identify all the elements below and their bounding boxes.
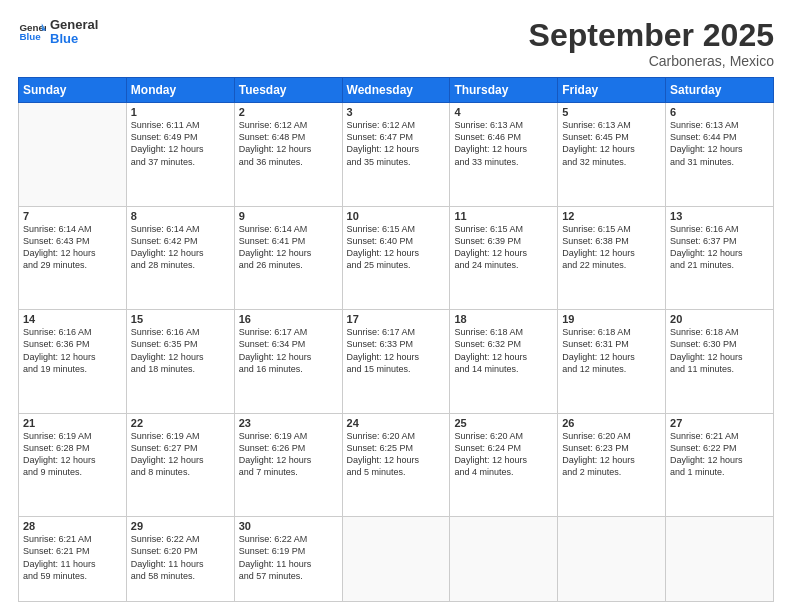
calendar-header-sunday: Sunday — [19, 78, 127, 103]
day-number: 5 — [562, 106, 661, 118]
calendar-cell: 12Sunrise: 6:15 AM Sunset: 6:38 PM Dayli… — [558, 206, 666, 310]
day-number: 19 — [562, 313, 661, 325]
calendar-cell: 5Sunrise: 6:13 AM Sunset: 6:45 PM Daylig… — [558, 103, 666, 207]
day-info: Sunrise: 6:18 AM Sunset: 6:31 PM Dayligh… — [562, 326, 661, 375]
day-info: Sunrise: 6:11 AM Sunset: 6:49 PM Dayligh… — [131, 119, 230, 168]
calendar-header-row: SundayMondayTuesdayWednesdayThursdayFrid… — [19, 78, 774, 103]
day-info: Sunrise: 6:15 AM Sunset: 6:40 PM Dayligh… — [347, 223, 446, 272]
calendar-cell: 11Sunrise: 6:15 AM Sunset: 6:39 PM Dayli… — [450, 206, 558, 310]
day-number: 24 — [347, 417, 446, 429]
calendar-week-row: 7Sunrise: 6:14 AM Sunset: 6:43 PM Daylig… — [19, 206, 774, 310]
day-number: 22 — [131, 417, 230, 429]
day-number: 8 — [131, 210, 230, 222]
day-number: 29 — [131, 520, 230, 532]
day-info: Sunrise: 6:13 AM Sunset: 6:45 PM Dayligh… — [562, 119, 661, 168]
calendar-week-row: 28Sunrise: 6:21 AM Sunset: 6:21 PM Dayli… — [19, 517, 774, 602]
day-info: Sunrise: 6:16 AM Sunset: 6:37 PM Dayligh… — [670, 223, 769, 272]
day-info: Sunrise: 6:15 AM Sunset: 6:39 PM Dayligh… — [454, 223, 553, 272]
day-info: Sunrise: 6:14 AM Sunset: 6:43 PM Dayligh… — [23, 223, 122, 272]
day-number: 21 — [23, 417, 122, 429]
day-number: 9 — [239, 210, 338, 222]
day-info: Sunrise: 6:12 AM Sunset: 6:47 PM Dayligh… — [347, 119, 446, 168]
calendar-cell: 2Sunrise: 6:12 AM Sunset: 6:48 PM Daylig… — [234, 103, 342, 207]
calendar-week-row: 1Sunrise: 6:11 AM Sunset: 6:49 PM Daylig… — [19, 103, 774, 207]
calendar-cell: 20Sunrise: 6:18 AM Sunset: 6:30 PM Dayli… — [666, 310, 774, 414]
calendar-cell: 13Sunrise: 6:16 AM Sunset: 6:37 PM Dayli… — [666, 206, 774, 310]
day-number: 4 — [454, 106, 553, 118]
subtitle: Carboneras, Mexico — [529, 53, 774, 69]
day-number: 17 — [347, 313, 446, 325]
header: General Blue General Blue September 2025… — [18, 18, 774, 69]
day-number: 20 — [670, 313, 769, 325]
calendar-cell: 23Sunrise: 6:19 AM Sunset: 6:26 PM Dayli… — [234, 413, 342, 517]
day-number: 16 — [239, 313, 338, 325]
calendar-cell — [450, 517, 558, 602]
day-number: 23 — [239, 417, 338, 429]
day-number: 15 — [131, 313, 230, 325]
logo-blue: Blue — [50, 32, 98, 46]
calendar-cell: 21Sunrise: 6:19 AM Sunset: 6:28 PM Dayli… — [19, 413, 127, 517]
day-info: Sunrise: 6:13 AM Sunset: 6:44 PM Dayligh… — [670, 119, 769, 168]
day-info: Sunrise: 6:16 AM Sunset: 6:35 PM Dayligh… — [131, 326, 230, 375]
day-info: Sunrise: 6:18 AM Sunset: 6:30 PM Dayligh… — [670, 326, 769, 375]
calendar-cell — [666, 517, 774, 602]
day-number: 1 — [131, 106, 230, 118]
calendar-header-wednesday: Wednesday — [342, 78, 450, 103]
day-info: Sunrise: 6:22 AM Sunset: 6:20 PM Dayligh… — [131, 533, 230, 582]
calendar-header-thursday: Thursday — [450, 78, 558, 103]
calendar-week-row: 14Sunrise: 6:16 AM Sunset: 6:36 PM Dayli… — [19, 310, 774, 414]
day-info: Sunrise: 6:17 AM Sunset: 6:33 PM Dayligh… — [347, 326, 446, 375]
calendar-week-row: 21Sunrise: 6:19 AM Sunset: 6:28 PM Dayli… — [19, 413, 774, 517]
day-number: 11 — [454, 210, 553, 222]
calendar-cell: 22Sunrise: 6:19 AM Sunset: 6:27 PM Dayli… — [126, 413, 234, 517]
calendar-cell: 14Sunrise: 6:16 AM Sunset: 6:36 PM Dayli… — [19, 310, 127, 414]
day-number: 30 — [239, 520, 338, 532]
day-number: 6 — [670, 106, 769, 118]
calendar-header-saturday: Saturday — [666, 78, 774, 103]
calendar-header-monday: Monday — [126, 78, 234, 103]
calendar-cell: 8Sunrise: 6:14 AM Sunset: 6:42 PM Daylig… — [126, 206, 234, 310]
calendar-header-friday: Friday — [558, 78, 666, 103]
day-number: 26 — [562, 417, 661, 429]
day-info: Sunrise: 6:20 AM Sunset: 6:24 PM Dayligh… — [454, 430, 553, 479]
calendar-cell: 1Sunrise: 6:11 AM Sunset: 6:49 PM Daylig… — [126, 103, 234, 207]
calendar-cell: 24Sunrise: 6:20 AM Sunset: 6:25 PM Dayli… — [342, 413, 450, 517]
calendar-cell: 10Sunrise: 6:15 AM Sunset: 6:40 PM Dayli… — [342, 206, 450, 310]
day-info: Sunrise: 6:19 AM Sunset: 6:28 PM Dayligh… — [23, 430, 122, 479]
calendar-cell: 7Sunrise: 6:14 AM Sunset: 6:43 PM Daylig… — [19, 206, 127, 310]
calendar-table: SundayMondayTuesdayWednesdayThursdayFrid… — [18, 77, 774, 602]
month-title: September 2025 — [529, 18, 774, 53]
day-number: 27 — [670, 417, 769, 429]
calendar-cell: 29Sunrise: 6:22 AM Sunset: 6:20 PM Dayli… — [126, 517, 234, 602]
day-number: 3 — [347, 106, 446, 118]
day-info: Sunrise: 6:19 AM Sunset: 6:26 PM Dayligh… — [239, 430, 338, 479]
calendar-cell: 30Sunrise: 6:22 AM Sunset: 6:19 PM Dayli… — [234, 517, 342, 602]
day-number: 25 — [454, 417, 553, 429]
svg-text:Blue: Blue — [19, 32, 41, 43]
calendar-cell: 25Sunrise: 6:20 AM Sunset: 6:24 PM Dayli… — [450, 413, 558, 517]
calendar-cell: 19Sunrise: 6:18 AM Sunset: 6:31 PM Dayli… — [558, 310, 666, 414]
calendar-cell: 17Sunrise: 6:17 AM Sunset: 6:33 PM Dayli… — [342, 310, 450, 414]
calendar-cell — [342, 517, 450, 602]
day-info: Sunrise: 6:12 AM Sunset: 6:48 PM Dayligh… — [239, 119, 338, 168]
calendar-cell: 28Sunrise: 6:21 AM Sunset: 6:21 PM Dayli… — [19, 517, 127, 602]
calendar-cell: 3Sunrise: 6:12 AM Sunset: 6:47 PM Daylig… — [342, 103, 450, 207]
logo-general: General — [50, 18, 98, 32]
calendar-cell — [19, 103, 127, 207]
day-info: Sunrise: 6:16 AM Sunset: 6:36 PM Dayligh… — [23, 326, 122, 375]
calendar-cell: 26Sunrise: 6:20 AM Sunset: 6:23 PM Dayli… — [558, 413, 666, 517]
day-number: 18 — [454, 313, 553, 325]
day-number: 14 — [23, 313, 122, 325]
logo-icon: General Blue — [18, 18, 46, 46]
day-info: Sunrise: 6:14 AM Sunset: 6:41 PM Dayligh… — [239, 223, 338, 272]
title-area: September 2025 Carboneras, Mexico — [529, 18, 774, 69]
calendar-header-tuesday: Tuesday — [234, 78, 342, 103]
calendar-cell: 6Sunrise: 6:13 AM Sunset: 6:44 PM Daylig… — [666, 103, 774, 207]
page: General Blue General Blue September 2025… — [0, 0, 792, 612]
day-info: Sunrise: 6:21 AM Sunset: 6:22 PM Dayligh… — [670, 430, 769, 479]
day-number: 10 — [347, 210, 446, 222]
calendar-cell: 18Sunrise: 6:18 AM Sunset: 6:32 PM Dayli… — [450, 310, 558, 414]
day-info: Sunrise: 6:13 AM Sunset: 6:46 PM Dayligh… — [454, 119, 553, 168]
day-number: 13 — [670, 210, 769, 222]
logo: General Blue General Blue — [18, 18, 98, 47]
